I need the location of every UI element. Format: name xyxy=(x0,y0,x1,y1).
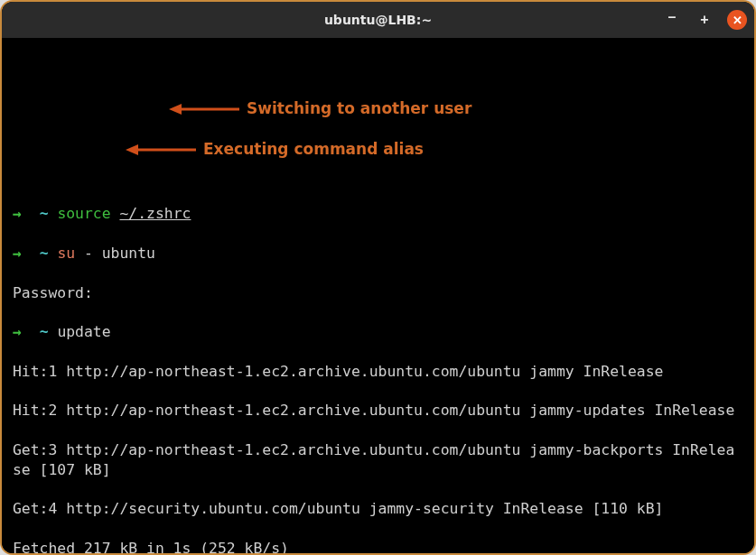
close-button[interactable]: ✕ xyxy=(727,10,747,30)
output-line: Get:4 http://security.ubuntu.com/ubuntu … xyxy=(13,499,743,519)
window-controls: – + ✕ xyxy=(662,10,747,30)
annotation-label: Executing command alias xyxy=(203,140,424,160)
prompt-tilde: ~ xyxy=(40,323,49,340)
minimize-button[interactable]: – xyxy=(662,7,682,27)
maximize-button[interactable]: + xyxy=(695,10,714,30)
prompt-tilde: ~ xyxy=(40,205,49,222)
output-line: Hit:2 http://ap-northeast-1.ec2.archive.… xyxy=(13,401,743,421)
arrow-left-icon xyxy=(169,103,239,116)
svg-marker-1 xyxy=(169,104,182,115)
prompt-tilde: ~ xyxy=(40,245,49,262)
svg-marker-3 xyxy=(126,144,138,155)
prompt-line: → ~ update xyxy=(13,322,743,342)
annotation-label: Switching to another user xyxy=(247,99,471,119)
prompt-line: → ~ su - ubuntu xyxy=(13,244,743,264)
arrow-left-icon xyxy=(126,143,196,156)
command-source: source xyxy=(57,205,110,222)
arg-su: - ubuntu xyxy=(84,245,155,262)
command-update: update xyxy=(57,323,110,340)
prompt-arrow: → xyxy=(13,205,22,222)
annotation-exec-alias: Executing command alias xyxy=(126,140,424,160)
prompt-arrow: → xyxy=(13,323,22,340)
terminal-window: ubuntu@LHB:~ – + ✕ Switching to another … xyxy=(0,0,756,555)
titlebar: ubuntu@LHB:~ – + ✕ xyxy=(2,2,754,38)
annotation-switch-user: Switching to another user xyxy=(169,99,471,119)
prompt-arrow: → xyxy=(13,245,22,262)
prompt-line: → ~ source ~/.zshrc xyxy=(13,204,743,224)
terminal-body[interactable]: Switching to another user Executing comm… xyxy=(2,38,754,553)
output-line: Password: xyxy=(13,283,743,303)
output-line: Get:3 http://ap-northeast-1.ec2.archive.… xyxy=(13,440,743,480)
output-line: Fetched 217 kB in 1s (252 kB/s) xyxy=(13,539,743,553)
arg-zshrc: ~/.zshrc xyxy=(119,205,191,222)
output-line: Hit:1 http://ap-northeast-1.ec2.archive.… xyxy=(13,362,743,382)
command-su: su xyxy=(57,245,75,262)
window-title: ubuntu@LHB:~ xyxy=(324,13,432,27)
